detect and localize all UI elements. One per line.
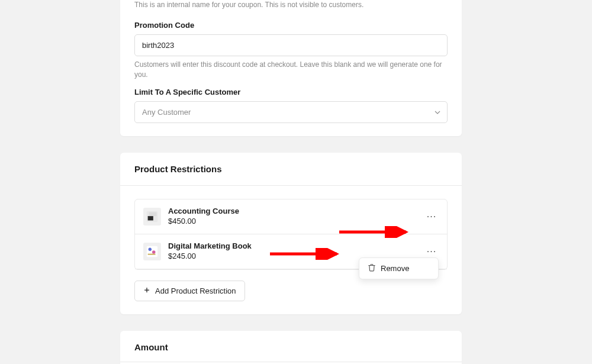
promo-code-label: Promotion Code [134, 21, 448, 30]
amount-title: Amount [134, 342, 448, 352]
limit-customer-label: Limit To A Specific Customer [134, 88, 448, 96]
product-thumb [143, 243, 161, 260]
product-row: Accounting Course $450.00 ··· [135, 199, 447, 234]
promo-code-helper: Customers will enter this discount code … [134, 60, 448, 80]
add-restriction-label: Add Product Restriction [155, 286, 236, 295]
product-menu-dropdown: Remove [359, 257, 439, 279]
trash-icon [368, 263, 376, 273]
product-menu-button[interactable]: ··· [424, 210, 439, 224]
svg-rect-2 [149, 212, 157, 216]
svg-point-4 [149, 248, 152, 252]
add-product-restriction-button[interactable]: Add Product Restriction [134, 281, 245, 301]
svg-rect-6 [148, 254, 156, 255]
svg-rect-3 [147, 246, 157, 257]
product-name: Accounting Course [168, 207, 424, 217]
more-horizontal-icon: ··· [427, 246, 436, 257]
product-name: Digital Marketing Book [168, 241, 424, 252]
promo-code-input[interactable] [134, 34, 448, 56]
product-restrictions-title: Product Restrictions [134, 164, 448, 174]
limit-customer-select[interactable]: Any Customer [134, 101, 448, 123]
svg-rect-1 [148, 216, 153, 220]
internal-name-helper: This is an internal name for your coupon… [134, 0, 448, 10]
svg-point-5 [152, 250, 156, 254]
product-price: $450.00 [168, 217, 424, 227]
remove-menu-item[interactable]: Remove [359, 258, 438, 279]
product-thumb [143, 208, 161, 226]
more-horizontal-icon: ··· [427, 211, 436, 222]
remove-label: Remove [381, 264, 409, 273]
product-menu-button[interactable]: ··· [424, 244, 439, 259]
plus-icon [143, 286, 150, 295]
